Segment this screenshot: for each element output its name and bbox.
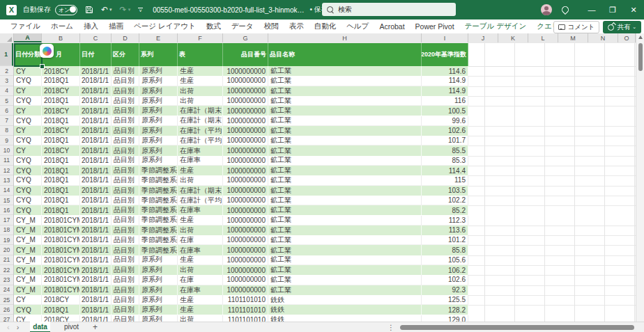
column-header-K[interactable]: K bbox=[498, 33, 528, 42]
cell[interactable]: 在庫計（平均） bbox=[178, 126, 223, 136]
ribbon-tab-13[interactable]: テーブル デザイン bbox=[465, 22, 527, 31]
minimize-button[interactable]: — bbox=[581, 0, 602, 19]
cell[interactable]: 原系列 bbox=[139, 255, 178, 265]
cell[interactable]: 2018Q1 bbox=[42, 186, 80, 196]
cell[interactable]: CYQ bbox=[14, 196, 42, 205]
cell[interactable]: 品目別 bbox=[112, 186, 139, 196]
cell[interactable]: 1000000000 bbox=[223, 156, 268, 166]
cell[interactable]: CYQ bbox=[14, 116, 42, 126]
cell[interactable]: CY bbox=[14, 126, 42, 136]
cell[interactable]: 鉱工業 bbox=[268, 145, 422, 155]
cell[interactable]: CY_M bbox=[14, 245, 42, 255]
cell[interactable]: 85.5 bbox=[422, 145, 468, 155]
cell[interactable]: CY bbox=[14, 66, 42, 76]
cell[interactable]: 鉱工業 bbox=[268, 136, 422, 145]
cell[interactable]: 2018/1/1 bbox=[80, 285, 112, 295]
cell[interactable]: 鉱工業 bbox=[268, 106, 422, 116]
row-number-13[interactable]: 13 bbox=[0, 175, 13, 185]
table-header-cell[interactable]: 品目名称 bbox=[268, 43, 422, 66]
cell[interactable]: CYQ bbox=[14, 175, 42, 185]
cell[interactable]: 鉱工業 bbox=[268, 175, 422, 185]
cell[interactable]: 品目別 bbox=[112, 136, 139, 145]
cell[interactable]: 原系列 bbox=[139, 265, 178, 275]
cell[interactable]: 201801CYM bbox=[42, 255, 80, 265]
cell[interactable]: 生産 bbox=[178, 76, 223, 86]
cell[interactable]: 原系列 bbox=[139, 136, 178, 145]
row-number-12[interactable]: 12 bbox=[0, 166, 13, 175]
row-number-6[interactable]: 6 bbox=[0, 106, 13, 116]
cell[interactable]: 201801CYM bbox=[42, 275, 80, 285]
cell[interactable]: CY_M bbox=[14, 255, 42, 265]
cell[interactable]: 季節調整系列 bbox=[139, 245, 178, 255]
cell[interactable]: 原系列 bbox=[139, 275, 178, 285]
cell[interactable]: 1000000000 bbox=[223, 226, 268, 235]
column-header-N[interactable]: N bbox=[588, 33, 618, 42]
sheet-prev-icon[interactable]: ‹ bbox=[7, 323, 10, 331]
ribbon-tab-4[interactable]: ページ レイアウト bbox=[134, 22, 196, 31]
cell[interactable]: CYQ bbox=[14, 76, 42, 86]
cell[interactable]: 季節調整系列 bbox=[139, 166, 178, 175]
column-header-F[interactable]: F bbox=[178, 33, 223, 42]
cell[interactable]: 鉱工業 bbox=[268, 205, 422, 215]
cell[interactable]: 1101101010 bbox=[223, 315, 268, 322]
cell[interactable]: 2018/1/1 bbox=[80, 96, 112, 106]
excel-app-icon[interactable]: X bbox=[6, 5, 17, 15]
cell[interactable]: 鉱工業 bbox=[268, 275, 422, 285]
cell[interactable]: 在庫 bbox=[178, 275, 223, 285]
cell[interactable]: 85.3 bbox=[422, 156, 468, 166]
row-number-1[interactable]: 1 bbox=[0, 43, 13, 66]
cell[interactable]: 201801CYM bbox=[42, 265, 80, 275]
cell[interactable]: CY_M bbox=[14, 285, 42, 295]
row-number-3[interactable]: 3 bbox=[0, 76, 13, 86]
cell[interactable]: CYQ bbox=[14, 205, 42, 215]
cell[interactable]: 季節調整系列 bbox=[139, 216, 178, 226]
cell[interactable]: 113.6 bbox=[422, 226, 468, 235]
cell[interactable]: 129.0 bbox=[422, 315, 468, 322]
cell[interactable]: CY_M bbox=[14, 216, 42, 226]
cell[interactable]: 2018Q1 bbox=[42, 96, 80, 106]
copilot-icon[interactable] bbox=[40, 44, 54, 58]
cell[interactable]: 生産 bbox=[178, 216, 223, 226]
cell[interactable]: 103.5 bbox=[422, 186, 468, 196]
cell[interactable]: 1000000000 bbox=[223, 96, 268, 106]
row-number-10[interactable]: 10 bbox=[0, 145, 13, 155]
horizontal-scrollbar[interactable] bbox=[397, 325, 640, 330]
cell[interactable]: 季節調整系列 bbox=[139, 226, 178, 235]
cell[interactable]: 2018CY bbox=[42, 315, 80, 322]
horizontal-scroll-thumb[interactable] bbox=[400, 325, 634, 330]
share-button[interactable]: 共有 ⌄ bbox=[603, 21, 641, 33]
column-header-E[interactable]: E bbox=[139, 33, 178, 42]
cell[interactable]: 鉱工業 bbox=[268, 166, 422, 175]
scroll-up-icon[interactable] bbox=[638, 35, 643, 39]
cell[interactable]: 2018Q1 bbox=[42, 196, 80, 205]
ribbon-tab-8[interactable]: 表示 bbox=[289, 22, 304, 31]
cell[interactable]: 季節調整系列 bbox=[139, 196, 178, 205]
cell[interactable]: 品目別 bbox=[112, 295, 139, 305]
cell[interactable]: 品目別 bbox=[112, 66, 139, 76]
cell[interactable]: 2018CY bbox=[42, 145, 80, 155]
cell[interactable]: 在庫率 bbox=[178, 285, 223, 295]
document-title[interactable]: 00550-meti-00550300-b2020-full-list_3-hi… bbox=[153, 6, 304, 14]
cell[interactable]: 114.6 bbox=[422, 66, 468, 76]
ribbon-tab-2[interactable]: 挿入 bbox=[84, 22, 98, 31]
cell[interactable]: 品目別 bbox=[112, 196, 139, 205]
cell[interactable]: 106.2 bbox=[422, 265, 468, 275]
cell[interactable]: CY bbox=[14, 106, 42, 116]
cell[interactable]: 1000000000 bbox=[223, 116, 268, 126]
cell[interactable]: 2018CY bbox=[42, 66, 80, 76]
cell[interactable]: 2018/1/1 bbox=[80, 275, 112, 285]
cell[interactable]: 2018Q1 bbox=[42, 166, 80, 175]
cell[interactable]: 116 bbox=[422, 96, 468, 106]
cell[interactable]: 2018/1/1 bbox=[80, 136, 112, 145]
cell[interactable]: 2018CY bbox=[42, 106, 80, 116]
cell[interactable]: 原系列 bbox=[139, 156, 178, 166]
cell[interactable]: 2018/1/1 bbox=[80, 295, 112, 305]
ribbon-tab-9[interactable]: 自動化 bbox=[314, 22, 337, 31]
cell[interactable]: 2018/1/1 bbox=[80, 76, 112, 86]
cell[interactable]: 季節調整系列 bbox=[139, 175, 178, 185]
cell[interactable]: 品目別 bbox=[112, 145, 139, 155]
cell[interactable]: 2018/1/1 bbox=[80, 145, 112, 155]
cell[interactable]: 114.4 bbox=[422, 166, 468, 175]
ribbon-tab-5[interactable]: 数式 bbox=[206, 22, 221, 31]
cell[interactable]: 2018/1/1 bbox=[80, 175, 112, 185]
